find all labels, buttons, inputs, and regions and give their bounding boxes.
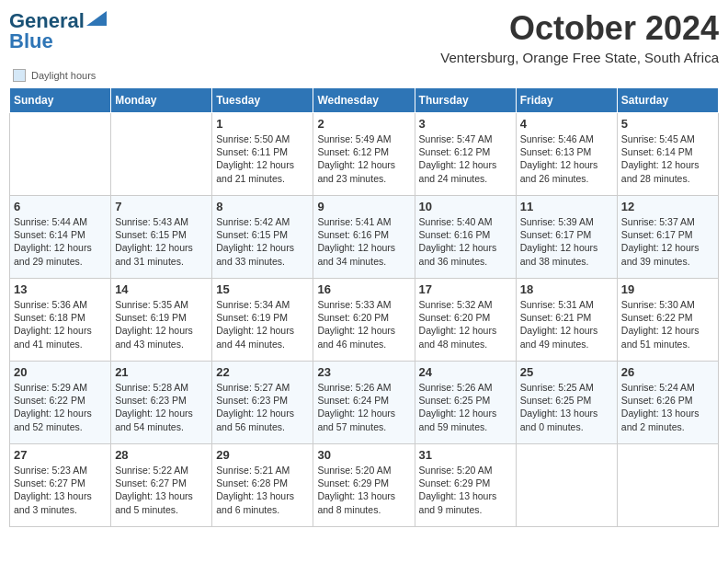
cell-content: Sunrise: 5:33 AM Sunset: 6:20 PM Dayligh…	[317, 298, 410, 350]
day-number: 16	[317, 282, 410, 296]
calendar-cell: 24Sunrise: 5:26 AM Sunset: 6:25 PM Dayli…	[415, 362, 516, 444]
logo-icon	[86, 11, 107, 26]
day-number: 31	[419, 448, 512, 462]
page-header: General Blue October 2024 Ventersburg, O…	[9, 9, 719, 65]
calendar-cell	[10, 113, 111, 196]
calendar-cell: 30Sunrise: 5:20 AM Sunset: 6:29 PM Dayli…	[313, 444, 415, 527]
header-tuesday: Tuesday	[212, 88, 313, 113]
calendar-cell: 29Sunrise: 5:21 AM Sunset: 6:28 PM Dayli…	[212, 444, 313, 527]
cell-content: Sunrise: 5:42 AM Sunset: 6:15 PM Dayligh…	[216, 215, 309, 268]
day-number: 14	[115, 282, 208, 296]
day-number: 24	[419, 365, 512, 379]
calendar-cell: 25Sunrise: 5:25 AM Sunset: 6:25 PM Dayli…	[516, 362, 617, 444]
calendar-cell: 8Sunrise: 5:42 AM Sunset: 6:15 PM Daylig…	[212, 196, 313, 279]
calendar-cell: 12Sunrise: 5:37 AM Sunset: 6:17 PM Dayli…	[617, 196, 718, 279]
cell-content: Sunrise: 5:50 AM Sunset: 6:11 PM Dayligh…	[216, 132, 309, 185]
cell-content: Sunrise: 5:20 AM Sunset: 6:29 PM Dayligh…	[419, 464, 512, 516]
day-number: 19	[621, 282, 714, 296]
logo: General Blue	[9, 9, 107, 53]
day-number: 3	[419, 117, 512, 131]
cell-content: Sunrise: 5:23 AM Sunset: 6:27 PM Dayligh…	[14, 464, 107, 516]
day-number: 11	[520, 200, 613, 213]
svg-marker-0	[86, 11, 107, 26]
calendar-cell: 23Sunrise: 5:26 AM Sunset: 6:24 PM Dayli…	[313, 362, 415, 444]
calendar-cell: 10Sunrise: 5:40 AM Sunset: 6:16 PM Dayli…	[415, 196, 516, 279]
cell-content: Sunrise: 5:44 AM Sunset: 6:14 PM Dayligh…	[14, 215, 107, 268]
week-row-3: 20Sunrise: 5:29 AM Sunset: 6:22 PM Dayli…	[10, 362, 719, 444]
calendar-cell: 15Sunrise: 5:34 AM Sunset: 6:19 PM Dayli…	[212, 279, 313, 362]
header-wednesday: Wednesday	[313, 88, 415, 113]
cell-content: Sunrise: 5:25 AM Sunset: 6:25 PM Dayligh…	[520, 381, 613, 433]
calendar-cell: 22Sunrise: 5:27 AM Sunset: 6:23 PM Dayli…	[212, 362, 313, 444]
calendar-cell: 18Sunrise: 5:31 AM Sunset: 6:21 PM Dayli…	[516, 279, 617, 362]
calendar-cell: 9Sunrise: 5:41 AM Sunset: 6:16 PM Daylig…	[313, 196, 415, 279]
cell-content: Sunrise: 5:20 AM Sunset: 6:29 PM Dayligh…	[317, 464, 410, 516]
calendar-cell: 7Sunrise: 5:43 AM Sunset: 6:15 PM Daylig…	[111, 196, 212, 279]
cell-content: Sunrise: 5:45 AM Sunset: 6:14 PM Dayligh…	[621, 132, 714, 185]
day-number: 17	[419, 282, 512, 296]
legend: Daylight hours	[9, 69, 719, 82]
calendar-cell: 4Sunrise: 5:46 AM Sunset: 6:13 PM Daylig…	[516, 113, 617, 196]
calendar-cell: 11Sunrise: 5:39 AM Sunset: 6:17 PM Dayli…	[516, 196, 617, 279]
day-number: 10	[419, 200, 512, 213]
calendar-cell: 5Sunrise: 5:45 AM Sunset: 6:14 PM Daylig…	[617, 113, 718, 196]
day-number: 6	[14, 200, 107, 213]
day-number: 2	[317, 117, 410, 131]
header-thursday: Thursday	[415, 88, 516, 113]
week-row-2: 13Sunrise: 5:36 AM Sunset: 6:18 PM Dayli…	[10, 279, 719, 362]
day-number: 27	[14, 448, 107, 462]
week-row-4: 27Sunrise: 5:23 AM Sunset: 6:27 PM Dayli…	[10, 444, 719, 527]
day-number: 23	[317, 365, 410, 379]
calendar-cell: 13Sunrise: 5:36 AM Sunset: 6:18 PM Dayli…	[10, 279, 111, 362]
calendar-cell: 2Sunrise: 5:49 AM Sunset: 6:12 PM Daylig…	[313, 113, 415, 196]
day-number: 1	[216, 117, 309, 131]
location-subtitle: Ventersburg, Orange Free State, South Af…	[440, 50, 719, 65]
title-block: October 2024 Ventersburg, Orange Free St…	[440, 9, 719, 65]
day-number: 12	[621, 200, 714, 213]
calendar-cell: 16Sunrise: 5:33 AM Sunset: 6:20 PM Dayli…	[313, 279, 415, 362]
cell-content: Sunrise: 5:34 AM Sunset: 6:19 PM Dayligh…	[216, 298, 309, 350]
cell-content: Sunrise: 5:46 AM Sunset: 6:13 PM Dayligh…	[520, 132, 613, 185]
header-row: SundayMondayTuesdayWednesdayThursdayFrid…	[10, 88, 719, 113]
cell-content: Sunrise: 5:24 AM Sunset: 6:26 PM Dayligh…	[621, 381, 714, 433]
calendar-cell: 26Sunrise: 5:24 AM Sunset: 6:26 PM Dayli…	[617, 362, 718, 444]
calendar-cell: 28Sunrise: 5:22 AM Sunset: 6:27 PM Dayli…	[111, 444, 212, 527]
cell-content: Sunrise: 5:40 AM Sunset: 6:16 PM Dayligh…	[419, 215, 512, 268]
day-number: 8	[216, 200, 309, 213]
calendar-cell: 17Sunrise: 5:32 AM Sunset: 6:20 PM Dayli…	[415, 279, 516, 362]
day-number: 9	[317, 200, 410, 213]
cell-content: Sunrise: 5:28 AM Sunset: 6:23 PM Dayligh…	[115, 381, 208, 433]
week-row-0: 1Sunrise: 5:50 AM Sunset: 6:11 PM Daylig…	[10, 113, 719, 196]
cell-content: Sunrise: 5:26 AM Sunset: 6:24 PM Dayligh…	[317, 381, 410, 433]
cell-content: Sunrise: 5:43 AM Sunset: 6:15 PM Dayligh…	[115, 215, 208, 268]
day-number: 21	[115, 365, 208, 379]
day-number: 4	[520, 117, 613, 131]
cell-content: Sunrise: 5:35 AM Sunset: 6:19 PM Dayligh…	[115, 298, 208, 350]
logo-blue: Blue	[9, 29, 53, 53]
calendar-cell: 6Sunrise: 5:44 AM Sunset: 6:14 PM Daylig…	[10, 196, 111, 279]
day-number: 15	[216, 282, 309, 296]
header-sunday: Sunday	[10, 88, 111, 113]
calendar-header: SundayMondayTuesdayWednesdayThursdayFrid…	[10, 88, 719, 113]
header-saturday: Saturday	[617, 88, 718, 113]
calendar-cell	[111, 113, 212, 196]
day-number: 20	[14, 365, 107, 379]
header-friday: Friday	[516, 88, 617, 113]
day-number: 22	[216, 365, 309, 379]
week-row-1: 6Sunrise: 5:44 AM Sunset: 6:14 PM Daylig…	[10, 196, 719, 279]
month-title: October 2024	[440, 9, 719, 48]
cell-content: Sunrise: 5:41 AM Sunset: 6:16 PM Dayligh…	[317, 215, 410, 268]
day-number: 18	[520, 282, 613, 296]
calendar-cell: 3Sunrise: 5:47 AM Sunset: 6:12 PM Daylig…	[415, 113, 516, 196]
cell-content: Sunrise: 5:47 AM Sunset: 6:12 PM Dayligh…	[419, 132, 512, 185]
calendar-body: 1Sunrise: 5:50 AM Sunset: 6:11 PM Daylig…	[10, 113, 719, 527]
cell-content: Sunrise: 5:37 AM Sunset: 6:17 PM Dayligh…	[621, 215, 714, 268]
day-number: 13	[14, 282, 107, 296]
legend-box	[13, 69, 26, 82]
calendar-cell: 21Sunrise: 5:28 AM Sunset: 6:23 PM Dayli…	[111, 362, 212, 444]
cell-content: Sunrise: 5:26 AM Sunset: 6:25 PM Dayligh…	[419, 381, 512, 433]
day-number: 26	[621, 365, 714, 379]
cell-content: Sunrise: 5:31 AM Sunset: 6:21 PM Dayligh…	[520, 298, 613, 350]
cell-content: Sunrise: 5:49 AM Sunset: 6:12 PM Dayligh…	[317, 132, 410, 185]
calendar-cell: 20Sunrise: 5:29 AM Sunset: 6:22 PM Dayli…	[10, 362, 111, 444]
